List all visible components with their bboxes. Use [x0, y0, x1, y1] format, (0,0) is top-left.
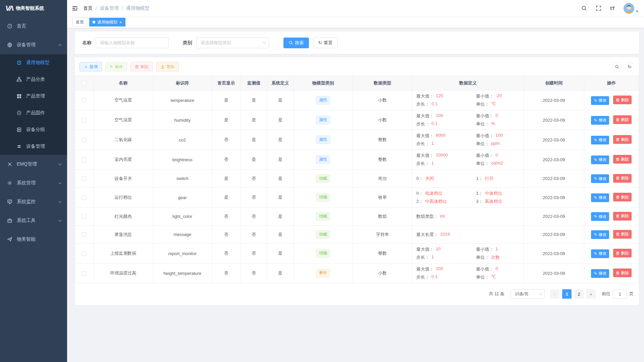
- row-edit-button[interactable]: ✎ 修改: [591, 136, 609, 144]
- breadcrumb-home[interactable]: 首页: [83, 5, 93, 11]
- page-button-2[interactable]: 2: [574, 289, 584, 299]
- collapse-sidebar-icon[interactable]: [72, 6, 78, 11]
- sidebar-item-system-management[interactable]: 系统管理: [0, 174, 67, 192]
- cell-system-defined: 是: [267, 207, 293, 226]
- category-filter-select[interactable]: 请选择模型类别: [196, 38, 269, 48]
- trash-icon: [616, 251, 620, 255]
- sidebar-item-home[interactable]: 首页: [0, 17, 67, 36]
- grid-icon: [16, 94, 22, 99]
- row-edit-button[interactable]: ✎ 修改: [591, 269, 609, 278]
- fullscreen-icon[interactable]: [596, 5, 601, 11]
- row-checkbox[interactable]: [82, 138, 87, 142]
- row-delete-button[interactable]: 删除: [613, 174, 632, 183]
- reset-button[interactable]: ↻ 重置: [313, 38, 338, 48]
- column-header: 标识符: [153, 76, 212, 90]
- row-checkbox[interactable]: [82, 176, 87, 181]
- row-edit-button[interactable]: ✎ 修改: [591, 230, 609, 239]
- sidebar-item-product-category[interactable]: 产品分类: [0, 71, 67, 88]
- definition-key: 0：: [416, 190, 423, 196]
- export-button[interactable]: 导出: [156, 62, 179, 71]
- sidebar-item-thing-model[interactable]: 通用物模型: [0, 54, 67, 71]
- sidebar-item-system-monitor[interactable]: 系统监控: [0, 192, 67, 211]
- cell-created: 2022-03-09: [524, 263, 584, 283]
- row-delete-button[interactable]: 删除: [613, 230, 632, 239]
- edit-button[interactable]: ✎ 修改: [105, 62, 127, 71]
- row-delete-button[interactable]: 删除: [613, 96, 632, 104]
- cell-data-type: 小数: [353, 90, 412, 110]
- row-delete-button[interactable]: 删除: [613, 193, 632, 201]
- sidebar-submenu: 通用物模型 产品分类 产品管理 产品固件 设备分组: [0, 54, 67, 155]
- row-delete-button[interactable]: 删除: [613, 268, 632, 277]
- row-delete-button[interactable]: 删除: [613, 249, 632, 257]
- row-checkbox[interactable]: [82, 214, 87, 219]
- sidebar-item-product-management[interactable]: 产品管理: [0, 88, 67, 105]
- avatar[interactable]: [624, 3, 634, 14]
- row-checkbox[interactable]: [82, 232, 87, 237]
- row-checkbox[interactable]: [82, 251, 87, 256]
- add-button[interactable]: ＋ 新增: [79, 62, 102, 71]
- prev-page-button[interactable]: ‹: [550, 289, 559, 299]
- cell-actions: ✎ 修改 删除: [584, 207, 639, 226]
- row-delete-button[interactable]: 删除: [613, 135, 632, 144]
- row-checkbox[interactable]: [82, 195, 87, 200]
- row-checkbox[interactable]: [82, 118, 87, 123]
- font-size-icon[interactable]: tT: [610, 5, 615, 11]
- row-checkbox[interactable]: [82, 271, 87, 276]
- toggle-search-button[interactable]: [612, 62, 622, 71]
- row-edit-button[interactable]: ✎ 修改: [591, 212, 609, 221]
- breadcrumb-device-management[interactable]: 设备管理: [100, 5, 119, 11]
- cell-created: 2022-03-09: [524, 90, 584, 110]
- definition-value: 0.1: [431, 274, 437, 280]
- sidebar-item-product-firmware[interactable]: 产品固件: [0, 105, 67, 121]
- row-edit-button[interactable]: ✎ 修改: [591, 96, 609, 105]
- sidebar-item-device-group[interactable]: 设备分组: [0, 121, 67, 138]
- delete-button[interactable]: 删除: [130, 62, 153, 71]
- app-logo[interactable]: VΛ 物美智能系统: [0, 0, 67, 17]
- row-delete-button[interactable]: 删除: [613, 212, 632, 221]
- sidebar-item-emq[interactable]: EMQ管理: [0, 155, 67, 174]
- tab-thing-model[interactable]: 通用物模型 ×: [89, 18, 125, 26]
- row-checkbox[interactable]: [82, 158, 87, 162]
- close-icon[interactable]: ×: [119, 20, 122, 24]
- sidebar-item-device-management[interactable]: 设备管理: [0, 36, 67, 54]
- name-filter-input[interactable]: [96, 38, 169, 48]
- row-delete-button[interactable]: 删除: [613, 155, 632, 164]
- goto-page-input[interactable]: [613, 289, 627, 299]
- row-checkbox[interactable]: [82, 98, 87, 103]
- row-edit-button[interactable]: ✎ 修改: [591, 193, 609, 202]
- definition-value: 关闭: [425, 176, 434, 182]
- row-checkbox-cell: [75, 244, 94, 263]
- sidebar-item-label: 系统监控: [17, 199, 36, 205]
- row-edit-button[interactable]: ✎ 修改: [591, 249, 609, 258]
- list-bars-icon: [16, 144, 22, 149]
- cell-monitor-value: 是: [241, 130, 267, 150]
- row-edit-button[interactable]: ✎ 修改: [591, 116, 609, 125]
- category-badge: 功能: [316, 174, 330, 183]
- search-icon[interactable]: [581, 5, 587, 11]
- page-button-1[interactable]: 1: [562, 289, 572, 299]
- sidebar-item-system-tools[interactable]: 系统工具: [0, 211, 67, 230]
- sidebar-item-device-mgmt[interactable]: 设备管理: [0, 138, 67, 155]
- user-menu[interactable]: ▾: [624, 3, 638, 14]
- select-all-checkbox[interactable]: [82, 81, 87, 85]
- breadcrumb-separator: /: [96, 6, 97, 11]
- next-page-button[interactable]: ›: [586, 289, 596, 299]
- refresh-button[interactable]: ↻: [625, 62, 634, 71]
- definition-pair: 步长：0.1: [416, 101, 473, 107]
- pencil-icon: ✎: [594, 195, 597, 200]
- download-icon: [161, 65, 165, 69]
- cell-category: 功能: [293, 207, 353, 226]
- row-edit-button[interactable]: ✎ 修改: [591, 156, 609, 164]
- definition-pair: 最小值：1: [476, 246, 520, 252]
- sidebar-item-wumei-smart[interactable]: 物美智能: [0, 230, 67, 249]
- page-size-select[interactable]: 10条/页: [511, 289, 545, 299]
- row-delete-button[interactable]: 删除: [613, 115, 632, 124]
- table-panel: ＋ 新增 ✎ 修改 删除 导出: [75, 57, 639, 305]
- row-edit-button[interactable]: ✎ 修改: [591, 174, 609, 183]
- tab-home[interactable]: 首页: [72, 18, 87, 26]
- category-badge: 属性: [316, 155, 330, 164]
- definition-value: ppm: [491, 141, 499, 147]
- breadcrumb-current: 通用物模型: [126, 5, 150, 11]
- search-button[interactable]: 搜索: [283, 38, 309, 48]
- name-filter-label: 名称: [82, 40, 92, 46]
